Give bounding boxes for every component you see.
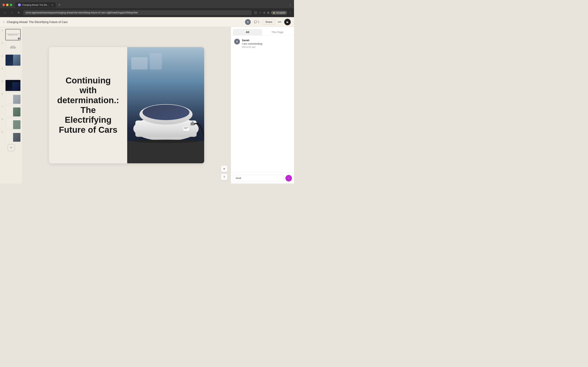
slide-thumbnail[interactable] xyxy=(5,92,21,104)
forward-button[interactable]: › xyxy=(9,10,14,15)
comment-send-button[interactable]: ↑ xyxy=(285,175,292,182)
comment-count: 1 xyxy=(258,21,259,24)
comment-item: S Sarah I am commenting Moments ago xyxy=(234,39,291,48)
slide-item-5[interactable]: 5 xyxy=(2,80,21,91)
svg-point-10 xyxy=(133,140,199,143)
slide-number: 3 xyxy=(2,55,4,57)
slide-image xyxy=(127,47,204,163)
slide-number: 9 xyxy=(2,131,4,133)
incognito-button[interactable]: 🕵 Incognito xyxy=(271,11,287,15)
slide-thumbnail[interactable] xyxy=(5,131,21,142)
sparkle-button[interactable]: ✦ xyxy=(221,166,227,172)
slide-thumbnail[interactable] xyxy=(5,54,21,66)
more-options-icon[interactable]: ••• xyxy=(277,19,283,25)
page-title: Charging Ahead: The Electrifying Future … xyxy=(7,20,242,24)
tab-bar: Charging Ahead: The Electrify… ✕ + ⋮ xyxy=(0,0,294,8)
comments-tabs: All This Page xyxy=(231,27,294,35)
traffic-lights xyxy=(2,4,12,6)
bookmark-icon[interactable]: ☆ xyxy=(259,11,261,14)
slide-thumb-text: IntroductionBattery TechnologyCharging I… xyxy=(9,45,17,49)
avatar[interactable]: S xyxy=(245,19,251,25)
back-button[interactable]: ‹ xyxy=(3,20,4,24)
slides-sidebar: 1 Continuing with determination: The Ele… xyxy=(0,27,22,184)
svg-rect-12 xyxy=(184,127,189,128)
incognito-icon: 🕵 xyxy=(273,11,276,14)
incognito-label: Incognito xyxy=(276,11,285,14)
browser-actions: ⬛ ☆ ⊙ ⧉ 🕵 Incognito ⋮ xyxy=(254,11,292,15)
play-icon: ▶ xyxy=(287,21,288,24)
comment-input-area: ↑ xyxy=(231,173,294,184)
slide-number: 2 xyxy=(2,42,4,44)
comment-time: Moments ago xyxy=(242,46,291,48)
slide-item-1[interactable]: 1 Continuing with determination: The Ele… xyxy=(2,29,21,40)
slide-item-7[interactable]: 7 xyxy=(2,105,21,117)
app-header: ‹ Charging Ahead: The Electrifying Futur… xyxy=(0,17,294,27)
slide-thumbnail[interactable]: Continuing with determination: The Elect… xyxy=(5,29,21,40)
svg-rect-1 xyxy=(131,57,148,69)
slide-item-9[interactable]: 9 xyxy=(2,131,21,142)
cast-icon[interactable]: ⬛ xyxy=(254,11,257,14)
slide-item-2[interactable]: 2 IntroductionBattery TechnologyCharging… xyxy=(2,42,21,53)
slide-item-6[interactable]: 6 xyxy=(2,92,21,104)
svg-rect-9 xyxy=(127,141,204,163)
comment-author: Sarah xyxy=(242,39,291,42)
maximize-window-button[interactable] xyxy=(10,4,12,6)
slide-number: 1 xyxy=(2,29,4,32)
help-icon: ? xyxy=(223,175,225,179)
slide-thumbnail[interactable] xyxy=(5,105,21,117)
new-tab-button[interactable]: + xyxy=(57,3,62,7)
reload-button[interactable]: ↻ xyxy=(16,10,21,15)
share-button[interactable]: Share xyxy=(263,19,275,25)
extensions-icon[interactable]: ⧉ xyxy=(267,11,269,15)
slide-main-text: Continuing with determination.: The Elec… xyxy=(57,76,119,135)
slide-thumbnail[interactable] xyxy=(5,118,21,129)
tab-title: Charging Ahead: The Electrify… xyxy=(22,4,50,6)
slide-canvas: Continuing with determination.: The Elec… xyxy=(49,47,204,163)
slide-avatar-badge: S xyxy=(18,38,20,40)
tab-close-icon[interactable]: ✕ xyxy=(52,4,53,6)
slide-thumbnail[interactable] xyxy=(5,67,21,78)
profile-icon[interactable]: ⊙ xyxy=(263,11,266,14)
tab-this-page[interactable]: This Page xyxy=(263,29,292,35)
minimize-window-button[interactable] xyxy=(6,4,9,6)
slide-image-panel xyxy=(127,47,204,163)
comments-panel: All This Page S Sarah I am commenting Mo… xyxy=(231,27,294,184)
play-button[interactable]: ▶ xyxy=(284,19,291,25)
comment-input[interactable] xyxy=(233,175,284,182)
slide-text-panel: Continuing with determination.: The Elec… xyxy=(49,47,127,163)
slide-item-3[interactable]: 3 xyxy=(2,54,21,66)
comment-avatar: S xyxy=(234,39,240,44)
add-slide-button[interactable]: + xyxy=(8,144,15,151)
address-input[interactable] xyxy=(23,10,252,15)
slide-number: 6 xyxy=(2,93,4,95)
comment-button[interactable]: 💬 1 xyxy=(252,20,261,24)
back-button[interactable]: ‹ xyxy=(2,10,7,15)
comments-list: S Sarah I am commenting Moments ago xyxy=(231,35,294,173)
slide-thumbnail[interactable]: IntroductionBattery TechnologyCharging I… xyxy=(5,42,21,53)
svg-rect-8 xyxy=(192,122,193,122)
browser-menu-icon[interactable]: ⋮ xyxy=(289,11,292,14)
tab-favicon-icon xyxy=(18,3,21,6)
slide-thumb-text: Continuing with determination: The Elect… xyxy=(6,33,20,36)
sparkle-icon: ✦ xyxy=(223,167,225,170)
help-button[interactable]: ? xyxy=(221,174,227,180)
browser-tab-active[interactable]: Charging Ahead: The Electrify… ✕ xyxy=(15,2,56,8)
svg-rect-7 xyxy=(190,123,195,125)
slide-item-8[interactable]: 8 xyxy=(2,118,21,129)
slide-number: 5 xyxy=(2,80,4,82)
slide-item-4[interactable]: 4 xyxy=(2,67,21,78)
main-layout: 1 Continuing with determination: The Ele… xyxy=(0,27,294,184)
slide-number: 4 xyxy=(2,67,4,70)
close-window-button[interactable] xyxy=(2,4,5,6)
slide-thumbnail[interactable] xyxy=(5,80,21,91)
send-icon: ↑ xyxy=(288,176,290,180)
comment-icon: 💬 xyxy=(254,20,257,24)
add-icon: + xyxy=(10,145,12,150)
comment-text: I am commenting xyxy=(242,42,291,45)
app: ‹ Charging Ahead: The Electrifying Futur… xyxy=(0,17,294,184)
tab-all[interactable]: All xyxy=(233,29,262,35)
canvas-area: Continuing with determination.: The Elec… xyxy=(22,27,231,184)
svg-point-6 xyxy=(143,105,190,120)
menu-icon[interactable]: ⋮ xyxy=(289,3,292,7)
slide-number: 7 xyxy=(2,106,4,108)
